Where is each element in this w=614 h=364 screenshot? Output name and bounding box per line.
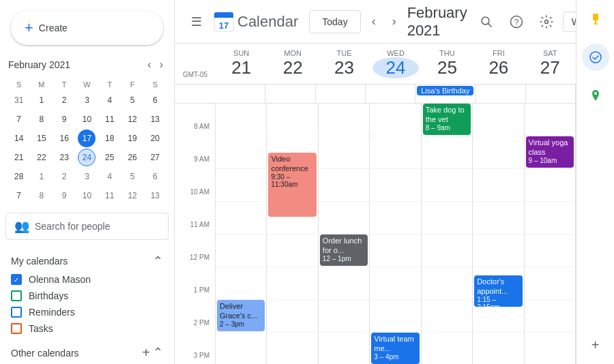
mini-cal-day[interactable]: 10 (78, 110, 96, 128)
day-number[interactable]: 25 (424, 57, 470, 78)
mini-cal-day[interactable]: 1 (33, 91, 50, 109)
mini-cal-day[interactable]: 1 (33, 168, 50, 185)
mini-cal-day[interactable]: 11 (101, 187, 119, 204)
my-calendar-item[interactable]: Olenna Mason (5, 271, 169, 288)
tasks-button[interactable] (582, 44, 609, 71)
add-other-cal-icon[interactable]: + (142, 345, 150, 361)
mini-cal-day[interactable]: 7 (10, 110, 28, 128)
mini-cal-day[interactable]: 28 (10, 168, 28, 185)
mini-cal-day[interactable]: 12 (123, 187, 141, 204)
mini-cal-day[interactable]: 13 (146, 187, 164, 204)
help-button[interactable]: ? (503, 8, 530, 35)
my-calendar-item[interactable]: Reminders (5, 304, 169, 320)
mini-cal-day[interactable]: 14 (10, 130, 28, 147)
mini-cal-day[interactable]: 26 (123, 149, 141, 166)
mini-cal-day[interactable]: 10 (78, 187, 96, 204)
event-2[interactable]: Order lunch for o...12 – 1pm (320, 234, 368, 266)
my-calendars-section: My calendars ⌃ Olenna MasonBirthdaysRemi… (0, 248, 174, 339)
hour-line (370, 169, 420, 202)
hour-line (216, 333, 266, 364)
my-calendar-item[interactable]: Birthdays (5, 288, 169, 304)
mini-cal-day[interactable]: 6 (146, 168, 164, 185)
day-number[interactable]: 27 (527, 57, 573, 78)
mini-cal-day[interactable]: 3 (78, 168, 96, 185)
other-cal-actions: + ⌃ (142, 345, 163, 361)
mini-cal-day[interactable]: 15 (33, 130, 50, 147)
mini-cal-prev[interactable]: ‹ (145, 56, 154, 74)
keep-button[interactable] (582, 5, 609, 33)
next-week-button[interactable]: › (387, 9, 402, 34)
add-panel-button[interactable]: + (582, 331, 609, 359)
day-col-thu[interactable]: Take dog to the vet8 – 9am (422, 104, 473, 364)
mini-cal-day[interactable]: 9 (55, 187, 73, 204)
prev-week-button[interactable]: ‹ (366, 9, 381, 34)
mini-cal-day[interactable]: 7 (10, 187, 28, 204)
hamburger-button[interactable]: ☰ (186, 9, 207, 35)
mini-cal-day[interactable]: 4 (101, 168, 119, 185)
event-4[interactable]: Virtual team me...3 – 4pm (371, 333, 419, 364)
mini-cal-day[interactable]: 3 (78, 91, 96, 109)
my-calendars-header[interactable]: My calendars ⌃ (5, 251, 169, 271)
event-title: Doctor's appoint... (477, 277, 519, 296)
day-col-sat[interactable]: Virtual yoga class9 – 10am (525, 104, 576, 364)
event-1[interactable]: Video conference9:30 – 11:30am (268, 153, 316, 217)
lisas-birthday-event[interactable]: Lisa's Birthday (417, 86, 473, 95)
mini-cal-day[interactable]: 19 (123, 130, 141, 147)
event-5[interactable]: Doctor's appoint...1:15 – 2:15pm (474, 275, 522, 307)
day-header-wed: WED24 (370, 44, 421, 84)
mini-cal-day[interactable]: 2 (55, 168, 73, 185)
mini-cal-day[interactable]: 25 (101, 149, 119, 166)
my-calendar-item[interactable]: Tasks (5, 320, 169, 337)
mini-cal-day[interactable]: 8 (33, 110, 50, 128)
day-number[interactable]: 21 (218, 57, 264, 78)
day-col-wed[interactable]: Virtual team me...3 – 4pm (370, 104, 421, 364)
mini-cal-day[interactable]: 21 (10, 149, 28, 166)
create-button[interactable]: + Create (11, 11, 163, 45)
week-selector[interactable]: Week ▼ (563, 12, 576, 32)
day-col-mon[interactable]: Video conference9:30 – 11:30am (267, 104, 318, 364)
mini-cal-day[interactable]: 5 (123, 91, 141, 109)
mini-cal-day[interactable]: 16 (55, 130, 73, 147)
event-6[interactable]: Virtual yoga class9 – 10am (526, 136, 574, 168)
mini-cal-day[interactable]: 12 (123, 110, 141, 128)
hour-line (216, 267, 266, 300)
search-people[interactable]: 👥 Search for people (5, 213, 169, 240)
settings-button[interactable] (533, 8, 560, 35)
mini-cal-day[interactable]: 31 (10, 91, 28, 109)
day-name: SAT (527, 49, 573, 57)
mini-cal-day[interactable]: 2 (55, 91, 73, 109)
mini-cal-day[interactable]: 8 (33, 187, 50, 204)
mini-cal-day[interactable]: 6 (146, 91, 164, 109)
other-calendars-header[interactable]: Other calendars + ⌃ (5, 342, 169, 363)
mini-cal-day[interactable]: 27 (146, 149, 164, 166)
day-col-sun[interactable]: Deliver Grace's c...2 – 3pm (216, 104, 267, 364)
mini-cal-day[interactable]: 18 (101, 130, 119, 147)
day-col-fri[interactable]: Doctor's appoint...1:15 – 2:15pm (473, 104, 524, 364)
mini-cal-day[interactable]: 23 (55, 149, 73, 166)
calendar-checkbox (11, 323, 22, 334)
event-time: 1:15 – 2:15pm (477, 296, 519, 307)
mini-cal-day[interactable]: 22 (33, 149, 50, 166)
event-0[interactable]: Take dog to the vet8 – 9am (423, 104, 471, 135)
today-button[interactable]: Today (309, 10, 360, 33)
mini-cal-day[interactable]: 4 (101, 91, 119, 109)
day-number[interactable]: 22 (269, 57, 315, 78)
day-col-tue[interactable]: Order lunch for o...12 – 1pm (319, 104, 370, 364)
mini-cal-day[interactable]: 17 (78, 130, 96, 147)
mini-cal-day[interactable]: 13 (146, 110, 164, 128)
header-title: February 2021 (407, 4, 467, 40)
maps-button[interactable] (582, 82, 609, 109)
event-time: 8 – 9am (426, 124, 468, 132)
hour-line (473, 234, 523, 267)
mini-cal-day[interactable]: 5 (123, 168, 141, 185)
search-button[interactable] (473, 8, 500, 35)
event-3[interactable]: Deliver Grace's c...2 – 3pm (217, 300, 265, 331)
day-number[interactable]: 24 (372, 57, 418, 78)
mini-cal-day[interactable]: 9 (55, 110, 73, 128)
mini-cal-day[interactable]: 20 (146, 130, 164, 147)
mini-cal-day[interactable]: 24 (78, 149, 96, 166)
day-number[interactable]: 23 (321, 57, 367, 78)
mini-cal-day[interactable]: 11 (101, 110, 119, 128)
day-number[interactable]: 26 (476, 57, 521, 78)
mini-cal-next[interactable]: › (157, 56, 166, 74)
